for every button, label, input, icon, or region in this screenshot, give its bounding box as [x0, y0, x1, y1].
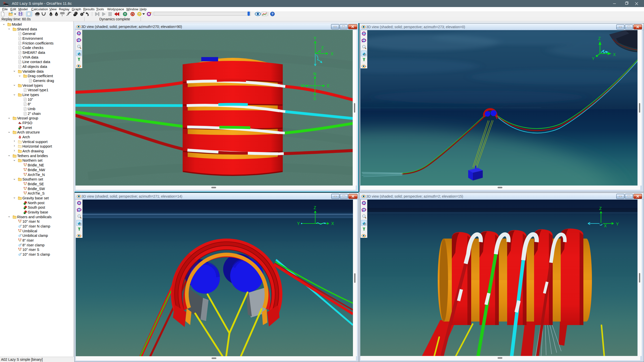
- svg-text:Z: Z: [314, 206, 316, 210]
- svg-text:6: 6: [50, 14, 52, 16]
- svg-text:E: E: [327, 84, 330, 88]
- svg-text:Y: Y: [314, 36, 316, 40]
- svg-text:N: N: [313, 72, 316, 76]
- svg-text:Y: Y: [592, 57, 595, 61]
- svg-text:X: X: [613, 53, 616, 57]
- svg-text:Z: Z: [599, 206, 602, 211]
- svg-text:X: X: [331, 52, 334, 56]
- svg-text:Y: Y: [297, 221, 300, 226]
- svg-text:?: ?: [271, 12, 273, 16]
- svg-text:X: X: [604, 224, 607, 228]
- svg-text:S: S: [313, 97, 316, 101]
- svg-text:X: X: [331, 221, 334, 226]
- svg-text:W: W: [301, 84, 305, 88]
- svg-text:Y: Y: [616, 222, 619, 226]
- svg-text:Z: Z: [321, 46, 324, 50]
- svg-text:Z: Z: [598, 36, 601, 41]
- svg-text:3: 3: [56, 14, 57, 16]
